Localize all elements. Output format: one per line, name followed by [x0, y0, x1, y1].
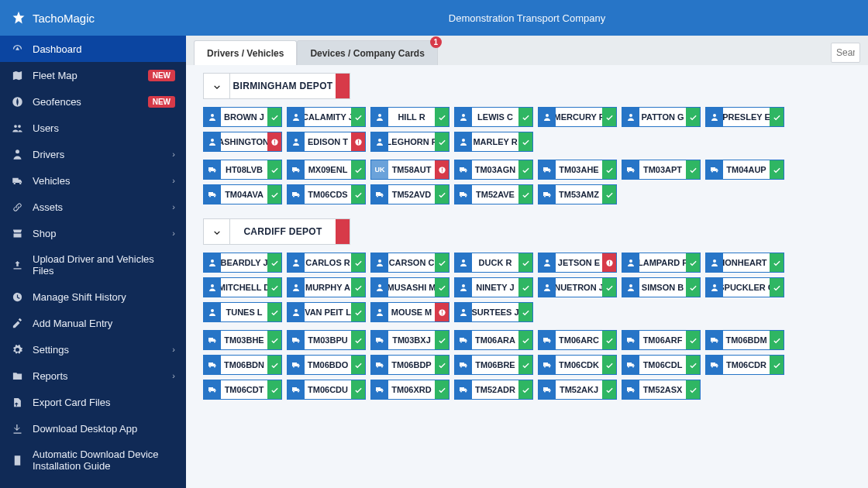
- vehicle-chip[interactable]: TM06ARF: [622, 330, 701, 350]
- driver-chip[interactable]: NUETRON J: [538, 277, 617, 297]
- sidebar-item-label: Download Desktop App: [33, 423, 175, 435]
- driver-chip[interactable]: TUNES L: [203, 302, 282, 322]
- vehicle-chip[interactable]: TM06ARC: [538, 330, 617, 350]
- driver-chip[interactable]: VAN PEIT L: [287, 302, 366, 322]
- sidebar-item-dashboard[interactable]: Dashboard: [0, 36, 186, 62]
- driver-chip[interactable]: LEGHORN F: [370, 132, 450, 152]
- status-ok-icon: [351, 108, 365, 126]
- collapse-button[interactable]: [204, 74, 230, 98]
- driver-chip[interactable]: WASHINGTON G: [203, 132, 282, 152]
- vehicle-chip[interactable]: TM06BDM: [705, 330, 784, 350]
- vehicle-chip[interactable]: TM03BXJ: [370, 330, 450, 350]
- driver-chip[interactable]: SPUCKLER C: [705, 277, 784, 297]
- vehicle-chip[interactable]: HT08LVB: [203, 160, 282, 180]
- vehicle-chip[interactable]: TM03BHE: [203, 330, 282, 350]
- vehicle-chip[interactable]: TM53AMZ: [538, 184, 617, 204]
- new-badge: NEW: [148, 70, 175, 81]
- status-ok-icon: [518, 356, 532, 374]
- vehicle-chip[interactable]: TM04AVA: [203, 184, 282, 204]
- driver-chip[interactable]: LIONHEART D: [705, 253, 784, 273]
- sidebar-item-vehicles[interactable]: Vehicles›: [0, 167, 186, 194]
- sidebar-item-upload-driver-and-vehicles-files[interactable]: Upload Driver and Vehicles Files: [0, 246, 186, 284]
- chevron-right-icon: ›: [172, 371, 175, 380]
- vehicle-chip[interactable]: TM06CDU: [287, 380, 366, 400]
- sidebar-item-drivers[interactable]: Drivers›: [0, 141, 186, 167]
- vehicle-chip[interactable]: TM06BRE: [454, 355, 533, 375]
- driver-chip[interactable]: LEWIS C: [454, 107, 533, 127]
- vehicle-chip[interactable]: TM52ASX: [622, 380, 701, 400]
- sidebar-item-reports[interactable]: Reports›: [0, 363, 186, 389]
- chip-label: TM06BDP: [388, 356, 435, 374]
- sidebar-item-assets[interactable]: Assets›: [0, 194, 186, 220]
- vehicle-chip[interactable]: TM03APT: [622, 160, 701, 180]
- vehicle-chip[interactable]: TM06CDS: [287, 184, 366, 204]
- driver-chip[interactable]: MITCHELL D: [203, 277, 282, 297]
- vehicle-chip[interactable]: TM06ARA: [454, 330, 533, 350]
- vehicle-chip[interactable]: TM06CDR: [705, 355, 784, 375]
- vehicle-chip[interactable]: TM52AVE: [454, 184, 533, 204]
- sidebar-item-manage-shift-history[interactable]: Manage Shift History: [0, 284, 186, 310]
- sidebar-item-geofences[interactable]: GeofencesNEW: [0, 88, 186, 115]
- vehicle-chip[interactable]: TM06BDN: [203, 355, 282, 375]
- search-input[interactable]: [831, 43, 860, 63]
- sidebar-item-download-desktop-app[interactable]: Download Desktop App: [0, 415, 186, 442]
- sidebar-item-users[interactable]: Users: [0, 115, 186, 141]
- vehicle-chip[interactable]: TM03AGN: [454, 160, 533, 180]
- driver-chip[interactable]: MARLEY R: [454, 132, 533, 152]
- driver-chip[interactable]: MUSASHI M: [370, 277, 450, 297]
- sidebar-item-label: Fleet Map: [33, 70, 139, 81]
- tab-devices-company-cards[interactable]: Devices / Company Cards1: [297, 40, 437, 65]
- driver-chip[interactable]: MURPHY A: [287, 277, 366, 297]
- company-name: Demonstration Transport Company: [186, 12, 868, 24]
- driver-chip[interactable]: SIMSON B: [622, 277, 701, 297]
- vehicle-chip[interactable]: TM06CDT: [203, 380, 282, 400]
- driver-chip[interactable]: JETSON E: [538, 253, 617, 273]
- sidebar-item-fleet-map[interactable]: Fleet MapNEW: [0, 62, 186, 88]
- driver-chip[interactable]: BROWN J: [203, 107, 282, 127]
- vehicle-chip[interactable]: UKTM58AUT: [370, 160, 450, 180]
- person-icon: [539, 253, 556, 272]
- chip-label: SPUCKLER C: [723, 278, 770, 297]
- vehicle-chip[interactable]: TM04AUP: [705, 160, 784, 180]
- collapse-button[interactable]: [204, 219, 230, 244]
- sidebar-item-automatic-download-device-installation-guide[interactable]: Automatic Download Device Installation G…: [0, 442, 186, 479]
- chip-label: TM03BPU: [305, 331, 351, 349]
- vehicle-chip[interactable]: TM06BDP: [370, 355, 450, 375]
- vehicle-chip[interactable]: TM52AKJ: [538, 380, 617, 400]
- driver-chip[interactable]: LAMPARD F: [622, 253, 701, 273]
- driver-chip[interactable]: DUCK R: [454, 253, 533, 273]
- driver-chip[interactable]: BEARDLY J: [203, 253, 282, 273]
- vehicle-chip[interactable]: TM06XRD: [370, 380, 450, 400]
- main-scroll[interactable]: BIRMINGHAM DEPOTBROWN JCALAMITY JHILL RL…: [186, 65, 868, 488]
- vehicle-chip[interactable]: TM03AHE: [538, 160, 617, 180]
- driver-chip[interactable]: CARSON C: [370, 253, 450, 273]
- sidebar-item-shop[interactable]: Shop›: [0, 220, 186, 246]
- driver-chip[interactable]: CALAMITY J: [287, 107, 366, 127]
- vehicle-chip[interactable]: TM06CDL: [622, 355, 701, 375]
- driver-chip[interactable]: NINETY J: [454, 277, 533, 297]
- vehicle-chip[interactable]: MX09ENL: [287, 160, 366, 180]
- vehicle-chip[interactable]: TM52ADR: [454, 380, 533, 400]
- driver-chip[interactable]: CARLOS R: [287, 253, 366, 273]
- vehicle-chip[interactable]: TM06CDK: [538, 355, 617, 375]
- sidebar-item-add-manual-entry[interactable]: Add Manual Entry: [0, 310, 186, 336]
- status-ok-icon: [267, 356, 281, 374]
- sidebar-item-settings[interactable]: Settings›: [0, 336, 186, 363]
- driver-chip[interactable]: PATTON G: [622, 107, 701, 127]
- vehicles-row: HT08LVBMX09ENLUKTM58AUTTM03AGNTM03AHETM0…: [203, 160, 851, 204]
- chip-label: TM03AHE: [556, 160, 602, 179]
- tab-drivers-vehicles[interactable]: Drivers / Vehicles: [194, 40, 297, 65]
- vehicle-chip[interactable]: TM52AVD: [370, 184, 450, 204]
- status-ok-icon: [686, 160, 700, 179]
- driver-chip[interactable]: HILL R: [370, 107, 450, 127]
- vehicle-chip[interactable]: TM03BPU: [287, 330, 366, 350]
- sidebar-item-export-card-files[interactable]: Export Card Files: [0, 389, 186, 415]
- driver-chip[interactable]: EDISON T: [287, 132, 366, 152]
- driver-chip[interactable]: MOUSE M: [370, 302, 450, 322]
- driver-chip[interactable]: SURTEES J: [454, 302, 533, 322]
- vehicle-chip[interactable]: TM06BDO: [287, 355, 366, 375]
- truck-icon: [455, 160, 472, 179]
- chip-label: TM06BDN: [221, 356, 267, 374]
- driver-chip[interactable]: PRESLEY E: [705, 107, 784, 127]
- driver-chip[interactable]: MERCURY F: [538, 107, 617, 127]
